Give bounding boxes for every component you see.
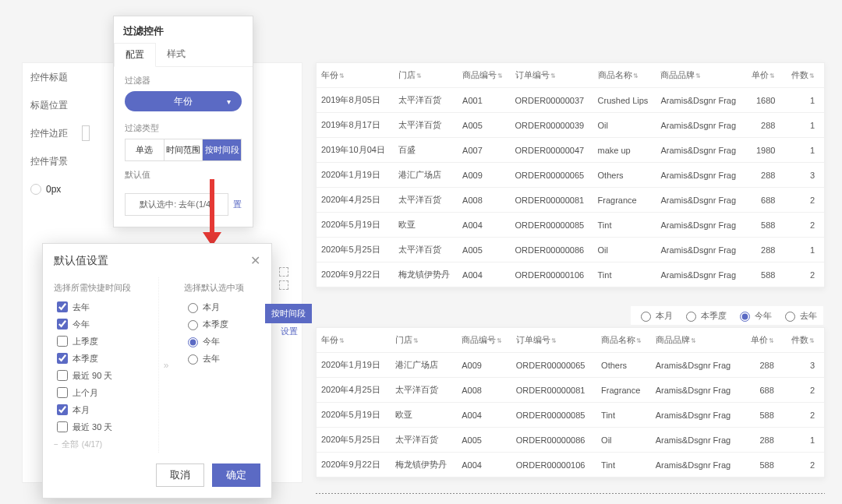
default-radio-item[interactable]: 今年: [184, 333, 260, 350]
close-icon[interactable]: ✕: [250, 253, 260, 268]
tab-config[interactable]: 配置: [114, 43, 156, 67]
dashed-box-icon: [279, 280, 288, 290]
ok-button[interactable]: 确定: [212, 463, 260, 487]
table-row[interactable]: 2020年9月22日梅龙镇伊势丹A004ORDER00000106TintAra…: [317, 453, 824, 478]
column-header[interactable]: 单价⇅: [745, 63, 785, 88]
filter-label: 过滤器: [114, 67, 253, 91]
radio[interactable]: [740, 312, 750, 322]
column-header[interactable]: 商品品牌⇅: [656, 63, 745, 88]
default-set-link[interactable]: 置: [233, 199, 242, 210]
dashed-box-icon: [279, 267, 288, 277]
count-hint: (4/17): [82, 440, 102, 449]
table-row[interactable]: 2020年1月19日港汇广场店A009ORDER00000065OthersAr…: [317, 163, 824, 188]
data-table-top: 年份⇅门店⇅商品编号⇅订单编号⇅商品名称⇅商品品牌⇅单价⇅件数⇅2019年8月0…: [316, 62, 825, 288]
table-row[interactable]: 2020年5月25日太平洋百货A005ORDER00000086OilArami…: [317, 238, 824, 263]
filter-type-segmented: 单选 时间范围 按时间段: [125, 139, 242, 161]
cancel-button[interactable]: 取消: [156, 463, 204, 487]
tab-style[interactable]: 样式: [156, 43, 196, 66]
table-row[interactable]: 2020年5月19日欧亚A004ORDER00000085TintAramis&…: [317, 213, 824, 238]
period-radio-bar: 本月本季度今年去年: [631, 306, 823, 325]
period-option[interactable]: 本月: [637, 309, 673, 322]
shortcut-item[interactable]: 最近 90 天: [54, 367, 158, 384]
column-header[interactable]: 年份⇅: [317, 328, 391, 353]
table-row[interactable]: 2020年9月22日梅龙镇伊势丹A004ORDER00000106TintAra…: [317, 263, 824, 287]
column-header[interactable]: 门店⇅: [394, 63, 458, 88]
filter-type-label: 过滤类型: [114, 115, 253, 139]
default-radio-item[interactable]: 本月: [184, 298, 260, 315]
column-header[interactable]: 件数⇅: [784, 63, 824, 88]
table-row[interactable]: 2020年5月19日欧亚A004ORDER00000085TintAramis&…: [317, 403, 824, 428]
radio[interactable]: [785, 312, 795, 322]
radio[interactable]: [188, 320, 198, 330]
table-row[interactable]: 2019年8月17日太平洋百货A005ORDER00000039OilArami…: [317, 113, 824, 138]
shortcut-item[interactable]: 上季度: [54, 333, 158, 350]
column-header[interactable]: 年份⇅: [317, 63, 394, 88]
radio[interactable]: [686, 312, 696, 322]
shortcut-item[interactable]: 去年: [54, 298, 158, 315]
column-header[interactable]: 商品编号⇅: [458, 63, 510, 88]
table-row[interactable]: 2019年8月05日太平洋百货A001ORDER00000037Crushed …: [317, 88, 824, 113]
checkbox[interactable]: [57, 353, 68, 364]
radio[interactable]: [188, 354, 198, 365]
column-header[interactable]: 商品编号⇅: [457, 328, 511, 353]
period-option[interactable]: 去年: [781, 309, 817, 322]
period-option[interactable]: 本季度: [682, 309, 727, 322]
seg-single[interactable]: 单选: [126, 139, 165, 160]
checkbox[interactable]: [57, 301, 68, 312]
px-value: 0px: [46, 184, 61, 195]
table-row[interactable]: 2019年10月04日百盛A007ORDER00000047make upAra…: [317, 138, 824, 163]
defaults-dialog: 默认值设置 ✕ 选择所需快捷时间段 去年今年上季度本季度最近 90 天上个月本月…: [42, 243, 272, 499]
table-row[interactable]: 2020年4月25日太平洋百货A008ORDER00000081Fragranc…: [317, 188, 824, 213]
chevron-down-icon: ▾: [227, 97, 231, 106]
column-header[interactable]: 商品名称⇅: [596, 328, 651, 353]
table-row[interactable]: 2020年1月19日港汇广场店A009ORDER00000065OthersAr…: [317, 353, 824, 378]
table-row[interactable]: 2020年4月25日太平洋百货A008ORDER00000081Fragranc…: [317, 378, 824, 403]
label: 控件标题: [23, 65, 76, 90]
radio[interactable]: [188, 337, 198, 347]
dialog-title: 默认值设置: [54, 254, 108, 268]
checkbox[interactable]: [57, 370, 68, 381]
checkbox[interactable]: [57, 387, 68, 398]
shortcut-item[interactable]: 上个月: [54, 384, 158, 401]
default-radio-list: 本月本季度今年去年: [184, 298, 260, 367]
period-chip[interactable]: 按时间段: [265, 304, 312, 323]
shortcut-item[interactable]: 本季度: [54, 350, 158, 367]
red-arrow-icon: [203, 179, 221, 249]
all-label[interactable]: 全部: [62, 439, 79, 450]
column-header[interactable]: 订单编号⇅: [511, 63, 593, 88]
radio[interactable]: [188, 303, 198, 313]
checkbox[interactable]: [57, 319, 68, 330]
column-header[interactable]: 订单编号⇅: [511, 328, 596, 353]
column-header[interactable]: 商品名称⇅: [593, 63, 656, 88]
right-col-head: 选择默认选中项: [184, 277, 260, 298]
left-col-head: 选择所需快捷时间段: [54, 277, 158, 298]
filter-field-pill[interactable]: 年份 ▾: [125, 91, 242, 111]
filter-config-popover: 过滤控件 配置 样式 过滤器 年份 ▾ 过滤类型 单选 时间范围 按时间段 默认…: [113, 16, 253, 227]
label: 标题位置: [23, 93, 76, 118]
column-header[interactable]: 单价⇅: [743, 328, 784, 353]
default-radio-item[interactable]: 去年: [184, 350, 260, 367]
seg-period[interactable]: 按时间段: [203, 139, 241, 160]
popover-tabs: 配置 样式: [114, 43, 253, 67]
column-header[interactable]: 件数⇅: [784, 328, 824, 353]
minus-icon[interactable]: −: [54, 440, 58, 449]
data-table-bottom: 年份⇅门店⇅商品编号⇅订单编号⇅商品名称⇅商品品牌⇅单价⇅件数⇅2020年1月1…: [316, 327, 825, 478]
shortcut-item[interactable]: 本月: [54, 401, 158, 418]
shortcut-item[interactable]: 今年: [54, 315, 158, 333]
checkbox[interactable]: [57, 336, 68, 347]
popover-title: 过滤控件: [114, 16, 253, 43]
period-option[interactable]: 今年: [736, 309, 772, 322]
default-radio-item[interactable]: 本季度: [184, 315, 260, 333]
default-label: 默认值: [114, 161, 253, 185]
checkbox[interactable]: [57, 421, 68, 432]
column-header[interactable]: 商品品牌⇅: [651, 328, 743, 353]
column-header[interactable]: 门店⇅: [391, 328, 457, 353]
checkbox[interactable]: [57, 404, 68, 415]
set-link[interactable]: 设置: [281, 326, 298, 337]
label: 控件边距: [23, 121, 76, 146]
bottom-divider: [316, 493, 825, 494]
shortcut-item[interactable]: 最近 30 天: [54, 418, 158, 435]
seg-range[interactable]: 时间范围: [165, 139, 203, 160]
radio[interactable]: [641, 312, 651, 322]
table-row[interactable]: 2020年5月25日太平洋百货A005ORDER00000086OilArami…: [317, 428, 824, 453]
